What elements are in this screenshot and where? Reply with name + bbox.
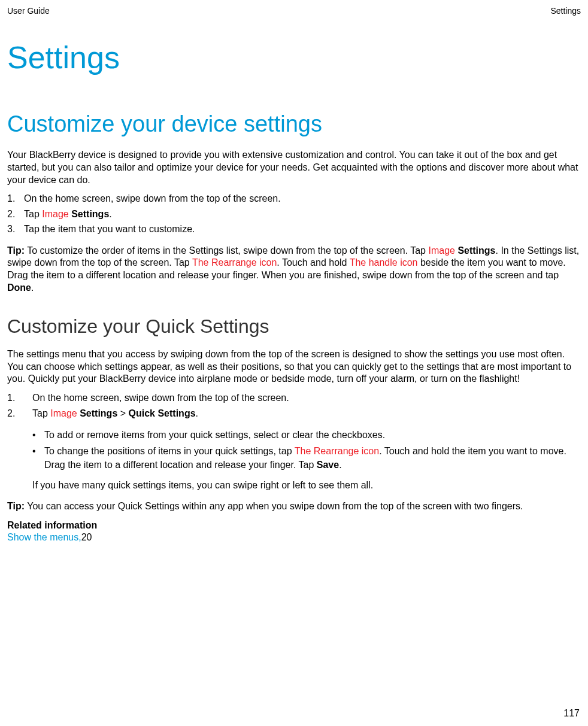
rearrange-icon-ref: The Rearrange icon bbox=[295, 446, 379, 456]
step-number: 1. bbox=[7, 192, 24, 205]
related-link[interactable]: Show the menus, bbox=[7, 532, 81, 542]
step-1: 1. On the home screen, swipe down from t… bbox=[7, 192, 581, 205]
step-1: 1. On the home screen, swipe down from t… bbox=[7, 391, 581, 405]
save-label: Save bbox=[317, 460, 339, 470]
steps-list-2: 1. On the home screen, swipe down from t… bbox=[7, 391, 581, 420]
step-text: Tap Image Settings. bbox=[24, 208, 581, 221]
text-fragment: . Touch and hold bbox=[277, 257, 349, 268]
image-placeholder: Image bbox=[50, 408, 77, 418]
page-number: 117 bbox=[563, 708, 580, 719]
related-info-heading: Related information bbox=[7, 520, 581, 531]
text-fragment: . bbox=[31, 282, 34, 293]
section-heading-quick-settings: Customize your Quick Settings bbox=[7, 315, 581, 338]
related-page-ref: 20 bbox=[81, 532, 92, 542]
bullet-marker: • bbox=[7, 429, 44, 442]
step-2: 2. Tap Image Settings. bbox=[7, 208, 581, 221]
text-fragment: . bbox=[109, 209, 111, 219]
step-text: On the home screen, swipe down from the … bbox=[32, 391, 581, 405]
step-3: 3. Tap the item that you want to customi… bbox=[7, 223, 581, 236]
text-fragment: You can access your Quick Settings withi… bbox=[25, 501, 523, 511]
header-right: Settings bbox=[550, 6, 581, 16]
bullet-text: To add or remove items from your quick s… bbox=[44, 429, 581, 442]
intro-paragraph-2: The settings menu that you access by swi… bbox=[7, 348, 581, 385]
text-fragment: To change the positions of items in your… bbox=[44, 446, 295, 456]
text-fragment: . bbox=[339, 460, 341, 470]
handle-icon-ref: The handle icon bbox=[350, 257, 418, 268]
bullet-item-1: • To add or remove items from your quick… bbox=[7, 429, 581, 442]
step-number: 2. bbox=[7, 208, 24, 221]
tip-label: Tip: bbox=[7, 245, 25, 256]
text-fragment: > bbox=[117, 408, 128, 418]
bullet-item-2: • To change the positions of items in yo… bbox=[7, 445, 581, 472]
related-info-line: Show the menus,20 bbox=[7, 532, 581, 543]
done-label: Done bbox=[7, 282, 31, 293]
bullet-text: To change the positions of items in your… bbox=[44, 445, 581, 472]
image-placeholder: Image bbox=[428, 245, 454, 256]
rearrange-icon-ref: The Rearrange icon bbox=[192, 257, 277, 268]
intro-paragraph: Your BlackBerry device is designed to pr… bbox=[7, 149, 581, 186]
tip-paragraph-2: Tip: You can access your Quick Settings … bbox=[7, 500, 581, 513]
step-number: 3. bbox=[7, 223, 24, 236]
page-title: Settings bbox=[7, 40, 581, 75]
step-text: On the home screen, swipe down from the … bbox=[24, 192, 581, 205]
step-number: 1. bbox=[7, 391, 32, 405]
bullet-list: • To add or remove items from your quick… bbox=[7, 429, 581, 472]
quick-settings-label: Quick Settings bbox=[129, 408, 196, 418]
settings-label: Settings bbox=[80, 408, 117, 418]
text-fragment: To customize the order of items in the S… bbox=[25, 245, 428, 256]
tip-label: Tip: bbox=[7, 501, 25, 511]
note-paragraph: If you have many quick settings items, y… bbox=[32, 479, 581, 492]
settings-label: Settings bbox=[457, 245, 495, 256]
step-text: Tap Image Settings > Quick Settings. bbox=[32, 407, 581, 420]
step-number: 2. bbox=[7, 407, 32, 420]
image-placeholder: Image bbox=[42, 209, 68, 219]
bullet-marker: • bbox=[7, 445, 44, 472]
settings-label: Settings bbox=[71, 209, 109, 219]
text-fragment: . bbox=[196, 408, 198, 418]
page-header: User Guide Settings bbox=[7, 6, 581, 16]
step-2: 2. Tap Image Settings > Quick Settings. bbox=[7, 407, 581, 420]
tip-paragraph: Tip: To customize the order of items in … bbox=[7, 245, 581, 294]
text-fragment: Tap bbox=[32, 408, 50, 418]
section-heading-customize-device: Customize your device settings bbox=[7, 111, 581, 137]
text-fragment: Tap bbox=[24, 209, 42, 219]
header-left: User Guide bbox=[7, 6, 50, 16]
step-text: Tap the item that you want to customize. bbox=[24, 223, 581, 236]
steps-list-1: 1. On the home screen, swipe down from t… bbox=[7, 192, 581, 236]
